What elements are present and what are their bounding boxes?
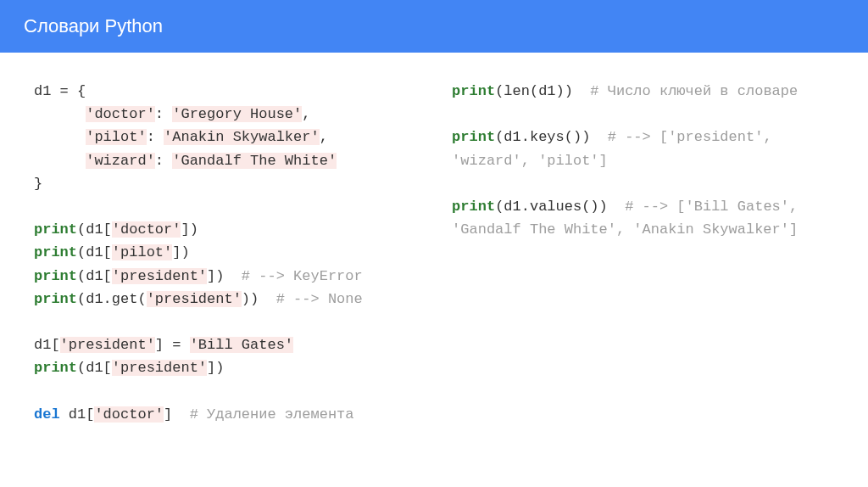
slide-content: d1 = { 'doctor': 'Gregory House', 'pilot… [0,53,868,453]
code-column-right: print(len(d1)) # Число ключей в словаре … [452,80,836,426]
slide-header: Словари Python [0,0,868,53]
code-block-left: d1 = { 'doctor': 'Gregory House', 'pilot… [34,80,418,426]
code-column-left: d1 = { 'doctor': 'Gregory House', 'pilot… [34,80,418,426]
code-block-right: print(len(d1)) # Число ключей в словаре … [452,80,836,241]
slide-title: Словари Python [24,15,163,36]
